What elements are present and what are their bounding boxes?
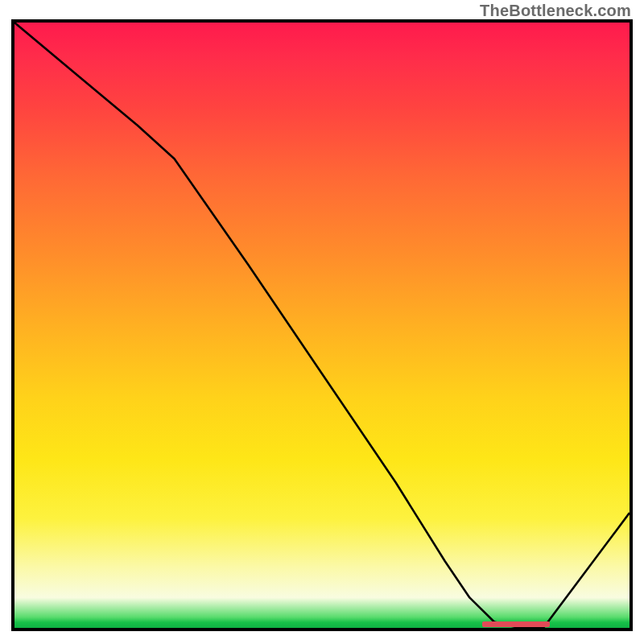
chart-frame	[11, 19, 633, 631]
watermark-text: TheBottleneck.com	[480, 2, 631, 20]
chart-container: TheBottleneck.com	[0, 0, 644, 644]
bottleneck-curve	[14, 23, 630, 628]
optimal-range-marker	[482, 621, 550, 627]
chart-svg	[14, 23, 630, 628]
